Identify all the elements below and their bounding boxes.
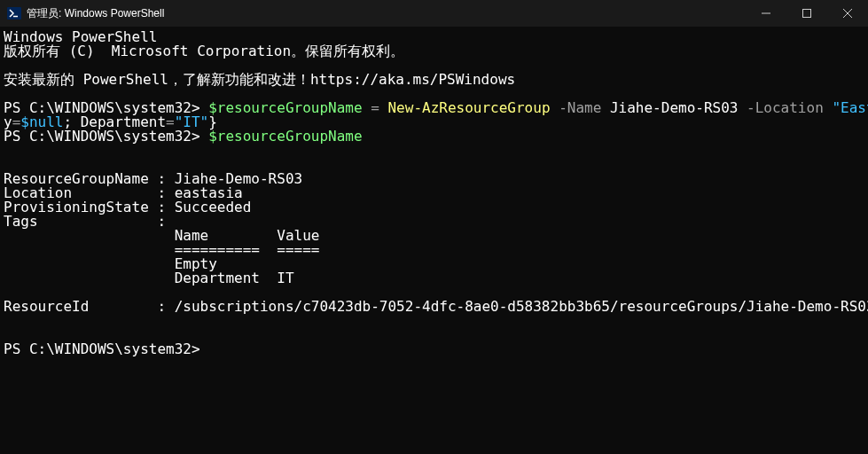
cmd-arg: Jiahe-Demo-RS03	[601, 99, 738, 116]
cmd-string: "East Asia"	[824, 99, 868, 116]
prompt: PS C:\WINDOWS\system32>	[4, 128, 208, 145]
svg-rect-3	[803, 10, 811, 18]
maximize-button[interactable]	[786, 0, 827, 27]
cmd-cmdlet: New-AzResourceGroup	[387, 99, 550, 116]
cmd-param: -Location	[738, 99, 823, 116]
cmd-operator: =	[363, 99, 388, 116]
cmd-param: -Name	[551, 99, 602, 116]
prompt: PS C:\WINDOWS\system32>	[4, 340, 208, 357]
close-button[interactable]	[827, 0, 868, 27]
banner-line: 安装最新的 PowerShell，了解新功能和改进！https://aka.ms…	[4, 71, 515, 88]
minimize-button[interactable]	[746, 0, 786, 27]
powershell-icon	[7, 6, 21, 20]
terminal-area[interactable]: Windows PowerShell 版权所有 (C) Microsoft Co…	[0, 27, 868, 356]
cmd-var: $resourceGroupName	[208, 99, 362, 116]
window-title: 管理员: Windows PowerShell	[27, 6, 164, 21]
output-line: Department IT	[4, 270, 319, 286]
window-titlebar: 管理员: Windows PowerShell	[0, 0, 868, 27]
cmd-var: $resourceGroupName	[208, 128, 362, 145]
banner-line: 版权所有 (C) Microsoft Corporation。保留所有权利。	[4, 43, 404, 59]
output-line: ResourceId : /subscriptions/c70423db-705…	[4, 298, 868, 315]
